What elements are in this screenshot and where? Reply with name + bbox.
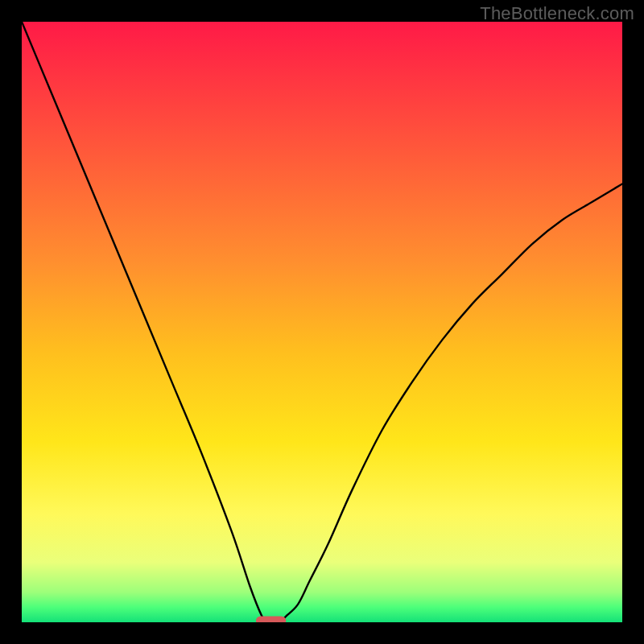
chart-frame: TheBottleneck.com [0,0,644,644]
gradient-background [22,22,622,622]
plot-svg [22,22,622,622]
optimal-marker [256,616,286,622]
watermark-label: TheBottleneck.com [480,3,634,24]
plot-area [22,22,622,622]
